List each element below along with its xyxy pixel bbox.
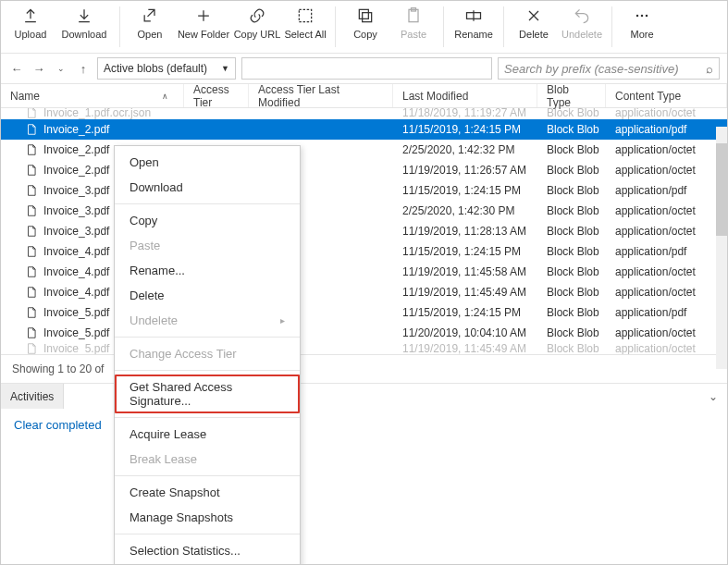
paste-label: Paste: [401, 29, 426, 40]
ctx-undelete-label: Undelete: [130, 313, 178, 327]
table-row[interactable]: Invoice_4.pdf11/19/2019, 11:45:49 AMBloc…: [1, 282, 727, 302]
cell-lm: 11/19/2019, 11:45:49 AM: [393, 343, 537, 354]
table-row[interactable]: Invoice_5.pdf11/15/2019, 1:24:15 PMBlock…: [1, 302, 727, 323]
cell-lm: 11/19/2019, 11:28:13 AM: [393, 225, 537, 238]
table-row[interactable]: Invoice_5.pdf11/19/2019, 11:45:49 AMBloc…: [1, 343, 727, 354]
file-icon: [25, 164, 38, 177]
more-button[interactable]: More: [618, 5, 666, 49]
cell-ctype: application/octet: [606, 143, 727, 156]
breadcrumb-input[interactable]: [241, 57, 492, 80]
search-input[interactable]: Search by prefix (case-sensitive) ⌕: [498, 57, 720, 80]
table-row[interactable]: Invoice_4.pdf11/15/2019, 1:24:15 PMBlock…: [1, 241, 727, 262]
ctx-break-label: Break Lease: [130, 452, 197, 466]
download-button[interactable]: Download: [55, 5, 114, 49]
cell-ctype: application/pdf: [606, 245, 727, 258]
col-tier-label: Access Tier: [193, 83, 239, 109]
blob-rows: Invoice_1.pdf.ocr.json11/18/2019, 11:19:…: [1, 108, 727, 354]
col-name[interactable]: Name ∧: [1, 84, 184, 107]
toolbar-sep: [443, 6, 444, 47]
col-tier[interactable]: Access Tier: [184, 84, 249, 107]
table-row[interactable]: Invoice_3.pdf11/15/2019, 1:24:15 PMBlock…: [1, 180, 727, 201]
cell-btype: Block Blob: [537, 204, 606, 217]
scrollbar-thumb[interactable]: [716, 143, 727, 236]
file-icon: [25, 245, 38, 258]
plus-icon: [194, 6, 213, 25]
cell-btype: Block Blob: [537, 108, 606, 119]
ctx-rename[interactable]: Rename...: [115, 258, 300, 283]
sort-asc-icon: ∧: [162, 92, 168, 101]
cell-btype: Block Blob: [537, 286, 606, 299]
cell-ctype: application/octet: [606, 286, 727, 299]
upload-button[interactable]: Upload: [6, 5, 55, 49]
select-all-label: Select All: [284, 29, 326, 40]
ctx-copy[interactable]: Copy: [115, 208, 300, 233]
delete-button[interactable]: Delete: [510, 5, 558, 49]
new-folder-button[interactable]: New Folder: [174, 5, 233, 49]
footer-text: Showing 1 to 20 of: [12, 362, 104, 375]
download-label: Download: [62, 29, 107, 40]
col-btype[interactable]: Blob Type: [537, 84, 606, 107]
cell-btype: Block Blob: [537, 184, 606, 197]
file-icon: [25, 265, 38, 278]
table-row[interactable]: Invoice_5.pdf11/20/2019, 10:04:10 AMBloc…: [1, 323, 727, 343]
ctx-create-snapshot[interactable]: Create Snapshot: [115, 480, 300, 505]
file-name: Invoice_4.pdf: [43, 245, 109, 258]
ctx-paste-label: Paste: [130, 239, 160, 252]
file-icon: [25, 286, 38, 299]
file-name: Invoice_4.pdf: [43, 286, 109, 299]
paste-button: Paste: [389, 5, 438, 49]
open-button[interactable]: Open: [126, 5, 174, 49]
ctx-get-sas[interactable]: Get Shared Access Signature...: [115, 375, 300, 413]
activities-collapse-icon[interactable]: ⌄: [709, 390, 718, 403]
table-row[interactable]: Invoice_3.pdf11/19/2019, 11:28:13 AMBloc…: [1, 221, 727, 241]
ctx-delete[interactable]: Delete: [115, 283, 300, 308]
filter-dropdown[interactable]: Active blobs (default) ▼: [97, 57, 236, 80]
rename-button[interactable]: Rename: [450, 5, 498, 49]
ctx-change-tier-label: Change Access Tier: [130, 347, 237, 361]
table-row[interactable]: Invoice_2.pdf11/15/2019, 1:24:15 PMBlock…: [1, 119, 727, 140]
upload-icon: [21, 6, 40, 25]
col-ctype-label: Content Type: [615, 90, 681, 103]
copy-url-button[interactable]: Copy URL: [233, 5, 281, 49]
more-icon: [633, 6, 651, 25]
file-name: Invoice_5.pdf: [43, 306, 109, 319]
chevron-right-icon: ▸: [280, 315, 285, 325]
col-tier-lm[interactable]: Access Tier Last Modified: [249, 84, 393, 107]
nav-caret-icon[interactable]: ⌄: [53, 60, 69, 77]
cell-lm: 11/15/2019, 1:24:15 PM: [393, 184, 537, 197]
rename-icon: [464, 6, 483, 25]
ctx-selection-stats[interactable]: Selection Statistics...: [115, 538, 300, 563]
table-row[interactable]: Invoice_3.pdf2/25/2020, 1:42:30 PMBlock …: [1, 201, 727, 221]
file-name: Invoice_5.pdf: [43, 343, 109, 354]
ctx-acquire-lease[interactable]: Acquire Lease: [115, 422, 300, 447]
file-icon: [25, 225, 38, 238]
chevron-down-icon: ▼: [221, 64, 229, 73]
copy-url-label: Copy URL: [234, 29, 281, 40]
clear-completed-link[interactable]: Clear completed: [1, 409, 727, 441]
search-icon: ⌕: [706, 62, 713, 76]
ctx-download[interactable]: Download: [115, 175, 300, 200]
activities-tab[interactable]: Activities: [1, 384, 64, 409]
table-row[interactable]: Invoice_2.pdf11/19/2019, 11:26:57 AMBloc…: [1, 160, 727, 180]
select-all-button[interactable]: Select All: [281, 5, 329, 49]
ctx-sep: [115, 370, 300, 371]
copy-button[interactable]: Copy: [341, 5, 389, 49]
context-menu: Open Download Copy Paste Rename... Delet…: [114, 145, 301, 565]
paste-icon: [404, 6, 423, 25]
cell-btype: Block Blob: [537, 164, 606, 177]
nav-row: ← → ⌄ ↑ Active blobs (default) ▼ Search …: [1, 54, 727, 84]
ctx-open[interactable]: Open: [115, 150, 300, 175]
col-ctype[interactable]: Content Type: [606, 84, 727, 107]
nav-up-icon[interactable]: ↑: [75, 60, 92, 77]
cell-btype: Block Blob: [537, 245, 606, 258]
ctx-download-label: Download: [130, 180, 183, 194]
table-row[interactable]: Invoice_4.pdf11/19/2019, 11:45:58 AMBloc…: [1, 262, 727, 282]
file-name: Invoice_1.pdf.ocr.json: [43, 108, 151, 119]
nav-back-icon[interactable]: ←: [8, 60, 25, 77]
ctx-manage-snapshots[interactable]: Manage Snapshots: [115, 505, 300, 530]
nav-fwd-icon[interactable]: →: [31, 60, 47, 77]
table-row[interactable]: Invoice_1.pdf.ocr.json11/18/2019, 11:19:…: [1, 108, 727, 119]
table-row[interactable]: Invoice_2.pdf2/25/2020, 1:42:32 PMBlock …: [1, 140, 727, 160]
ctx-get-sas-label: Get Shared Access Signature...: [130, 380, 232, 408]
col-lm[interactable]: Last Modified: [393, 84, 537, 107]
